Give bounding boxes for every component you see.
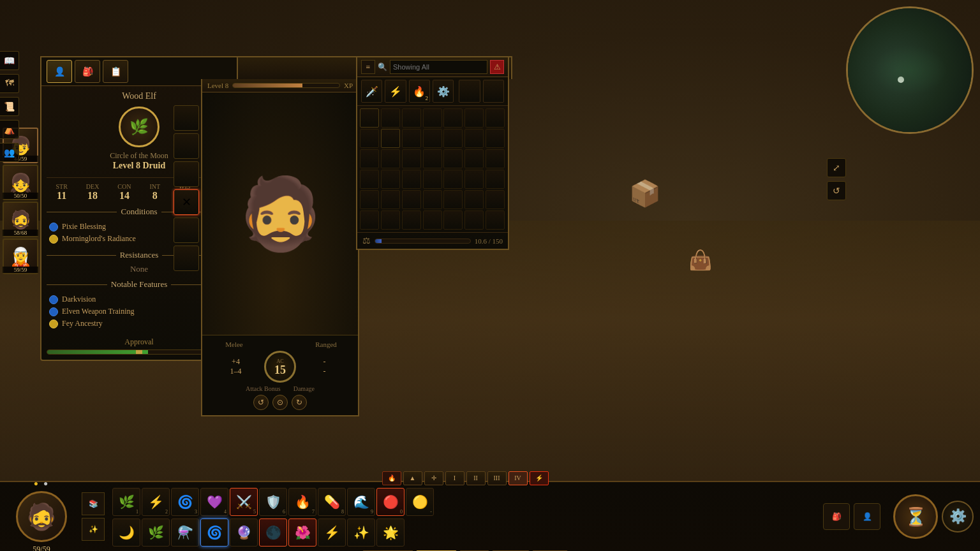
- quick-slot-shield[interactable]: [459, 80, 480, 103]
- action-slot-b5[interactable]: 🔮: [230, 518, 258, 547]
- tab-abilities[interactable]: 📋: [103, 60, 128, 83]
- quick-slot-3[interactable]: 🔥2: [409, 80, 430, 103]
- inv-cell-2-1[interactable]: [381, 149, 400, 168]
- inventory-toggle-button[interactable]: ≡: [361, 60, 375, 74]
- action-slot-2[interactable]: ⚡2: [142, 488, 170, 516]
- action-tab-4[interactable]: IV: [509, 471, 528, 485]
- inv-cell-5-6[interactable]: [486, 210, 505, 230]
- action-slot-b2[interactable]: 🌿: [142, 518, 170, 547]
- equip-slot-head[interactable]: [174, 105, 199, 131]
- inv-cell-3-5[interactable]: [464, 170, 484, 189]
- quick-slot-weapon[interactable]: 🗡️: [361, 80, 382, 103]
- action-slot-b1[interactable]: 🌙: [112, 518, 140, 547]
- inv-cell-1-2[interactable]: [402, 129, 421, 148]
- inv-cell-2-5[interactable]: [464, 149, 484, 168]
- inv-cell-2-3[interactable]: [423, 149, 442, 168]
- action-tab-1[interactable]: I: [445, 471, 464, 485]
- action-slot-1[interactable]: 🌿1: [112, 488, 140, 516]
- inv-cell-5-2[interactable]: [402, 210, 421, 230]
- tab-character[interactable]: 👤: [47, 60, 72, 83]
- inv-cell-0-4[interactable]: [443, 108, 463, 128]
- action-slot-b8[interactable]: ⚡: [318, 518, 346, 547]
- reset-button[interactable]: ⊙: [272, 395, 288, 410]
- inv-cell-4-1[interactable]: [381, 190, 400, 209]
- action-slot-b6[interactable]: 🌑: [259, 518, 287, 547]
- inv-cell-4-5[interactable]: [464, 190, 484, 209]
- redo-button[interactable]: ↻: [292, 395, 307, 410]
- inv-cell-4-2[interactable]: [402, 190, 421, 209]
- inv-cell-0-5[interactable]: [464, 108, 484, 128]
- action-slot-b10[interactable]: 🌟: [376, 518, 405, 547]
- equip-slot-chest[interactable]: [174, 161, 199, 187]
- action-slot-10[interactable]: 🔴0: [376, 488, 405, 516]
- inv-cell-5-5[interactable]: [464, 210, 484, 230]
- inv-cell-1-4[interactable]: [443, 129, 463, 148]
- action-slot-5[interactable]: ⚔️5: [230, 488, 258, 516]
- inv-cell-3-6[interactable]: [486, 170, 505, 189]
- camp-button[interactable]: ⛺: [0, 120, 19, 139]
- action-slot-b3[interactable]: ⚗️: [171, 518, 199, 547]
- inv-cell-1-3[interactable]: [423, 129, 442, 148]
- inv-cell-3-2[interactable]: [402, 170, 421, 189]
- equip-slot-ring1[interactable]: [174, 217, 199, 243]
- equip-slot-neck[interactable]: [174, 133, 199, 159]
- end-turn-button[interactable]: ⏳: [893, 494, 938, 539]
- inv-cell-2-0[interactable]: [360, 149, 379, 168]
- equip-slot-hands[interactable]: ✕: [174, 189, 199, 215]
- inv-cell-1-5[interactable]: [464, 129, 484, 148]
- action-tab-triangle[interactable]: ▲: [403, 471, 422, 485]
- action-tab-2[interactable]: II: [466, 471, 486, 485]
- inv-cell-1-1[interactable]: [381, 129, 400, 148]
- quick-slot-4[interactable]: ⚙️: [433, 80, 454, 103]
- action-slot-3[interactable]: 🌀3: [171, 488, 199, 516]
- inv-cell-0-2[interactable]: [402, 108, 421, 128]
- action-slot-b4[interactable]: 🌀: [200, 518, 228, 547]
- undo-button[interactable]: ↺: [253, 395, 269, 410]
- expand-map-button[interactable]: ⤢: [827, 158, 846, 177]
- action-slot-b7[interactable]: 🌺: [288, 518, 316, 547]
- tab-inventory[interactable]: 🎒: [75, 60, 100, 83]
- action-slot-7[interactable]: 🔥7: [288, 488, 316, 516]
- inv-cell-5-3[interactable]: [423, 210, 442, 230]
- prepared-spells-button[interactable]: ✨: [82, 518, 105, 541]
- portrait-1[interactable]: 👧 50/50: [0, 165, 38, 200]
- quick-slot-2[interactable]: ⚡: [385, 80, 406, 103]
- character-quick-button[interactable]: 👤: [854, 503, 880, 530]
- bag-object[interactable]: 👜: [688, 249, 712, 271]
- map-button[interactable]: 🗺: [0, 74, 19, 93]
- rotate-left-button[interactable]: ↺: [827, 181, 846, 200]
- action-tab-3[interactable]: III: [487, 471, 507, 485]
- inv-cell-0-6[interactable]: [486, 108, 505, 128]
- inv-cell-0-1[interactable]: [381, 108, 400, 128]
- action-slot-9[interactable]: 🌊9: [347, 488, 375, 516]
- action-tab-fire[interactable]: 🔥: [382, 471, 401, 485]
- settings-button[interactable]: ⚙️: [942, 501, 974, 533]
- inv-cell-4-3[interactable]: [423, 190, 442, 209]
- inv-cell-0-3[interactable]: [423, 108, 442, 128]
- inventory-quick-button[interactable]: 🎒: [823, 503, 850, 530]
- action-tab-cross[interactable]: ✛: [424, 471, 443, 485]
- portrait-2[interactable]: 🧔 58/68: [0, 202, 38, 237]
- inv-cell-1-0[interactable]: [360, 129, 379, 148]
- inv-cell-4-4[interactable]: [443, 190, 463, 209]
- action-slot-b9[interactable]: ✨: [347, 518, 375, 547]
- quests-button[interactable]: 📜: [0, 97, 19, 116]
- inv-cell-5-1[interactable]: [381, 210, 400, 230]
- spellbook-button[interactable]: 📚: [82, 492, 105, 515]
- inv-cell-3-4[interactable]: [443, 170, 463, 189]
- inv-cell-4-6[interactable]: [486, 190, 505, 209]
- minimap[interactable]: X:670 Y:184: [846, 6, 974, 134]
- social-button[interactable]: 👥: [0, 143, 19, 162]
- inventory-search-input[interactable]: [390, 60, 487, 74]
- action-tab-special[interactable]: ⚡: [530, 471, 549, 485]
- inv-cell-2-6[interactable]: [486, 149, 505, 168]
- inv-cell-0-0[interactable]: [360, 108, 379, 128]
- inv-cell-5-0[interactable]: [360, 210, 379, 230]
- portrait-3[interactable]: 🧝 59/59: [0, 239, 38, 274]
- inv-cell-2-4[interactable]: [443, 149, 463, 168]
- equip-slot-boots[interactable]: [174, 246, 199, 271]
- inv-cell-3-1[interactable]: [381, 170, 400, 189]
- action-slot-8[interactable]: 💊8: [318, 488, 346, 516]
- chest-object[interactable]: 📦: [629, 179, 661, 209]
- inv-cell-2-2[interactable]: [402, 149, 421, 168]
